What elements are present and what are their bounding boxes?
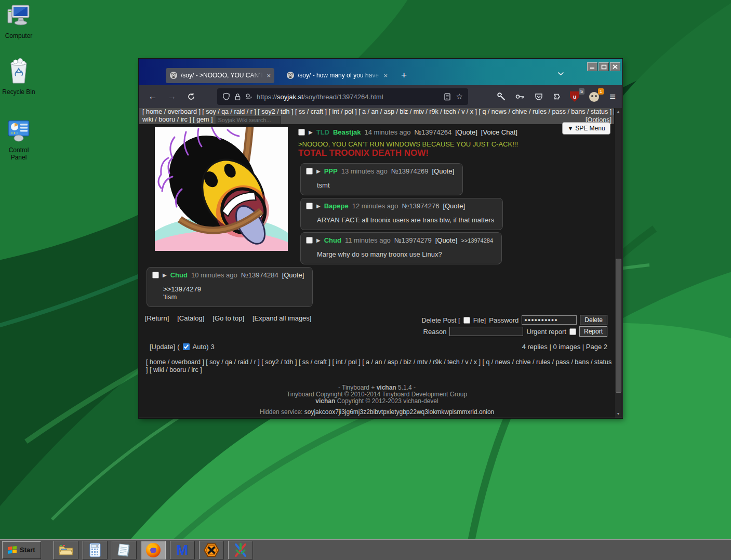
permissions-icon[interactable] [245, 93, 252, 100]
scroll-up-arrow-icon[interactable]: ▲ [615, 108, 622, 115]
quote-link[interactable]: [Quote] [432, 167, 454, 175]
op-capcode: TLD [316, 128, 329, 136]
hidden-service-label: Hidden service: [260, 408, 304, 416]
op-post-image[interactable] [155, 127, 288, 251]
post-number[interactable]: №13974269 [391, 167, 429, 175]
desktop-icon-recycle-bin[interactable]: Recycle Bin [0, 58, 37, 96]
post-number[interactable]: №13974284 [241, 271, 278, 279]
password-label: Password [489, 316, 519, 324]
spe-menu-button[interactable]: ▼ SPE Menu [562, 122, 610, 135]
post-number[interactable]: №13974279 [394, 236, 432, 244]
op-number[interactable]: №13974264 [414, 128, 451, 136]
back-button[interactable]: ← [147, 91, 159, 102]
taskbar-calculator-button[interactable]: 0 [83, 541, 108, 559]
hidden-service-address[interactable]: soyjakcoox7ji3jg6mj3z2bibvtpxietygbp22wq… [304, 408, 495, 416]
taskbar-malwarebytes-button[interactable]: M [170, 541, 195, 559]
post-select-checkbox[interactable] [306, 168, 313, 175]
wiki-search-input[interactable] [216, 116, 281, 124]
post-menu-arrow-icon[interactable]: ▶ [316, 168, 321, 174]
minimize-button[interactable] [587, 62, 597, 71]
tracking-protection-shield-icon[interactable] [222, 92, 230, 101]
delete-file-checkbox[interactable] [463, 317, 470, 324]
soyjak-favicon [169, 71, 178, 79]
post-select-checkbox[interactable] [298, 129, 305, 136]
report-reason-input[interactable] [449, 327, 523, 336]
taskbar-x-app-button[interactable] [228, 541, 253, 559]
taskbar-notepad-button[interactable] [112, 541, 137, 559]
cite-link[interactable]: >>13974279 [163, 285, 201, 293]
quote-link[interactable]: [Quote] [435, 236, 458, 244]
post-menu-arrow-icon[interactable]: ▶ [163, 272, 167, 278]
tab-title: /soy/ - how many of you have act [298, 72, 380, 79]
post-menu-arrow-icon[interactable]: ▶ [309, 129, 313, 135]
reload-button[interactable] [185, 91, 197, 102]
list-all-tabs-chevron-icon[interactable] [557, 72, 564, 76]
taskbar-hexagon-game-button[interactable] [199, 541, 224, 559]
extensions-puzzle-icon[interactable] [551, 91, 563, 102]
bookmark-star-icon[interactable]: ☆ [456, 92, 463, 101]
op-greentext: >NOOOO, YOU CAN'T RUN WINDOWS BECAUSE YO… [298, 140, 518, 148]
poster-name: Chud [170, 271, 188, 279]
footer-board-navigation[interactable]: [ home / overboard ] [ soy / qa / raid /… [146, 358, 614, 374]
ublock-origin-button[interactable]: u 5 [568, 91, 581, 102]
auto-update-checkbox[interactable] [183, 343, 190, 350]
update-link[interactable]: [Update] [150, 343, 175, 351]
post-number[interactable]: №13974276 [402, 202, 440, 210]
start-button[interactable]: Start [2, 541, 41, 559]
op-voice-chat-link[interactable]: [Voice Chat] [481, 128, 517, 136]
quote-link[interactable]: [Quote] [443, 202, 465, 210]
taskbar-firefox-button[interactable] [141, 541, 166, 559]
footer-vichan-copyright[interactable]: vichan Copyright © 2012-2023 vichan-deve… [139, 398, 615, 405]
reader-mode-icon[interactable] [444, 93, 451, 101]
forward-button[interactable]: → [166, 91, 178, 102]
go-to-top-link[interactable]: [Go to top] [212, 314, 244, 322]
desktop-icon-label: Control Panel [0, 146, 37, 161]
urgent-report-checkbox[interactable] [569, 328, 576, 335]
pocket-icon[interactable] [533, 91, 545, 102]
lock-icon[interactable] [234, 93, 241, 101]
tab-how-many-thread[interactable]: /soy/ - how many of you have act × [283, 68, 391, 83]
quote-link[interactable]: [Quote] [282, 271, 304, 279]
password-manager-key-icon[interactable] [514, 91, 526, 102]
delete-post-label: Delete Post [ [421, 316, 460, 324]
calculator-icon: 0 [89, 543, 101, 557]
tab-close-icon[interactable]: × [383, 72, 388, 79]
soyjak-extension-button[interactable]: 1 [588, 91, 600, 102]
post-time: 10 minutes ago [191, 271, 237, 279]
post-body: >>13974279 'tism [163, 285, 304, 301]
soyjak-favicon [286, 71, 295, 79]
url-bar[interactable]: https://soyjak.st/soy/thread/13974264.ht… [217, 88, 468, 105]
post-menu-arrow-icon[interactable]: ▶ [316, 237, 321, 243]
delete-password-input[interactable] [522, 315, 577, 325]
post-select-checkbox[interactable] [152, 272, 159, 278]
tab-close-icon[interactable]: × [267, 72, 271, 79]
op-quote-link[interactable]: [Quote] [455, 128, 477, 136]
scroll-down-arrow-icon[interactable]: ▼ [615, 410, 622, 418]
op-time: 14 minutes ago [364, 128, 410, 136]
reply-backlink[interactable]: >>13974284 [461, 237, 493, 244]
desktop-icon-control-panel[interactable]: Control Panel [0, 117, 37, 161]
catalog-link[interactable]: [Catalog] [177, 314, 204, 322]
return-link[interactable]: [Return] [145, 314, 169, 322]
taskbar: Start 0 [0, 539, 731, 560]
close-button[interactable] [610, 62, 620, 71]
reason-label: Reason [423, 328, 447, 336]
url-protocol: https:// [257, 93, 277, 101]
maximize-button[interactable] [599, 62, 609, 71]
expand-all-images-link[interactable]: [Expand all images] [252, 314, 311, 322]
new-tab-button[interactable]: + [401, 70, 407, 81]
file-label: File] [473, 316, 486, 324]
tab-noooo-thread[interactable]: /soy/ - >NOOOO, YOU CAN'T RUN × [166, 68, 274, 83]
menu-button[interactable]: ≡ [606, 91, 619, 102]
taskbar-file-explorer-button[interactable] [54, 541, 78, 559]
desktop-icon-computer[interactable]: Computer [0, 3, 37, 39]
delete-button[interactable]: Delete [580, 315, 607, 325]
post-select-checkbox[interactable] [306, 203, 313, 209]
board-nav-links[interactable]: [ home / overboard ] [ soy / qa / raid /… [142, 108, 615, 123]
post-select-checkbox[interactable] [306, 237, 313, 244]
report-button[interactable]: Report [579, 326, 607, 337]
page-scrollbar[interactable]: ▲ ▼ [614, 108, 622, 418]
post-menu-arrow-icon[interactable]: ▶ [316, 203, 321, 209]
scrollbar-thumb[interactable] [616, 259, 621, 393]
wrench-extension-icon[interactable] [495, 91, 508, 102]
